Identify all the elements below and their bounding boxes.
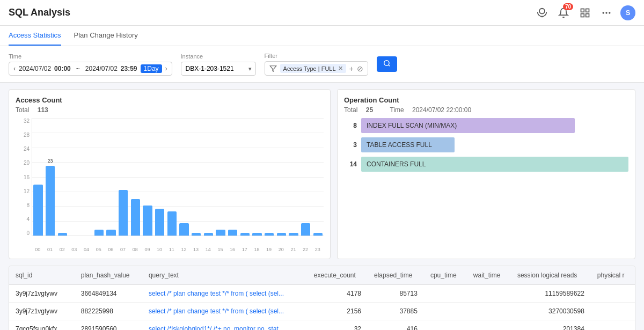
- page-title: SQL Analysis: [9, 7, 70, 18]
- access-count-title: Access Count: [16, 96, 324, 104]
- chart-y-label: 24: [24, 146, 30, 152]
- chart-y-label: 0: [26, 230, 30, 236]
- chart-bar: [155, 209, 164, 236]
- chart-bar-wrap[interactable]: [239, 118, 251, 236]
- more-icon[interactable]: [599, 5, 614, 20]
- tab-plan-change-history[interactable]: Plan Change History: [74, 26, 138, 46]
- chart-bar-wrap[interactable]: [105, 118, 117, 236]
- time-next-arrow[interactable]: ›: [165, 65, 167, 72]
- chart-bar: [240, 233, 250, 236]
- op-bar[interactable]: TABLE ACCESS FULL: [361, 137, 455, 152]
- col-sql-id: sql_id: [9, 266, 75, 285]
- chart-y-label: 28: [24, 132, 30, 138]
- operation-item: 8INDEX FULL SCAN (MIN/MAX): [344, 118, 628, 133]
- chart-bar: [94, 230, 104, 236]
- chart-bar: [119, 190, 128, 236]
- search-button[interactable]: [377, 56, 397, 72]
- chart-bar-wrap[interactable]: [93, 118, 105, 236]
- op-bar-wrap: CONTAINERS FULL: [361, 157, 628, 172]
- chart-bar-wrap[interactable]: [118, 118, 129, 236]
- chart-bar: [106, 230, 115, 236]
- chart-x-label: 15: [214, 247, 226, 252]
- app-header: SQL Analysis 70 S: [0, 0, 644, 26]
- filter-clear-btn[interactable]: ⊘: [357, 64, 363, 73]
- time-label: Time: [9, 53, 172, 60]
- chart-bar: [265, 233, 274, 236]
- time-prev-arrow[interactable]: ‹: [13, 65, 16, 72]
- sql-table: sql_id plan_hash_value query_text execut…: [9, 266, 635, 330]
- chart-bar: [277, 233, 286, 236]
- chart-bar-wrap[interactable]: [56, 118, 68, 236]
- chart-bar-wrap[interactable]: [129, 118, 141, 236]
- table-cell: 2156: [308, 303, 368, 320]
- table-cell: 3270030598: [511, 303, 591, 320]
- chart-bar-wrap[interactable]: [202, 118, 214, 236]
- op-item-count: 14: [344, 160, 357, 168]
- time-control: Time ‹ 2024/07/02 00:00 ~ 2024/07/02 23:…: [9, 53, 172, 76]
- chart-bar-value-label: 23: [46, 158, 55, 164]
- chart-bar-wrap[interactable]: [81, 118, 93, 236]
- chart-bar-wrap[interactable]: [142, 118, 153, 236]
- chart-bar-wrap[interactable]: [178, 118, 190, 236]
- svg-rect-4: [586, 13, 589, 17]
- chart-bar: [33, 185, 42, 236]
- chart-bar-wrap[interactable]: [312, 118, 324, 236]
- chart-y-label: 20: [24, 160, 30, 166]
- time-range-selector[interactable]: ‹ 2024/07/02 00:00 ~ 2024/07/02 23:59 1D…: [9, 62, 172, 76]
- filter-row: Access Type | FULL ✕ + ⊘: [265, 61, 368, 76]
- chart-bar-wrap[interactable]: [275, 118, 287, 236]
- chart-bar-wrap[interactable]: [288, 118, 299, 236]
- chart-x-label: 06: [105, 247, 117, 252]
- table-cell: 416: [368, 320, 424, 331]
- tab-access-statistics[interactable]: Access Statistics: [9, 26, 61, 46]
- op-bar[interactable]: INDEX FULL SCAN (MIN/MAX): [361, 118, 575, 133]
- grid-icon[interactable]: [577, 5, 592, 20]
- table-header-row: sql_id plan_hash_value query_text execut…: [9, 266, 635, 285]
- chart-bar-wrap[interactable]: [69, 118, 80, 236]
- chart-x-label: 20: [275, 247, 287, 252]
- col-query-text: query_text: [142, 266, 308, 285]
- chart-bar-wrap[interactable]: [227, 118, 239, 236]
- chart-bar-wrap[interactable]: [264, 118, 275, 236]
- op-bar[interactable]: CONTAINERS FULL: [361, 157, 628, 172]
- user-avatar[interactable]: S: [620, 5, 635, 20]
- svg-point-6: [603, 12, 604, 13]
- table-row: 3y9j7z1vgtywv3664849134select /* plan ch…: [9, 285, 635, 303]
- chart-bar: [192, 233, 201, 236]
- day-badge[interactable]: 1Day: [141, 64, 162, 73]
- chart-bar-wrap[interactable]: [32, 118, 44, 236]
- table-cell: 3y9j7z1vgtywv: [9, 285, 75, 303]
- filter-add-btn[interactable]: +: [349, 64, 354, 73]
- chart-bar-wrap[interactable]: [300, 118, 312, 236]
- chart-bar-wrap[interactable]: [166, 118, 178, 236]
- chart-bar: [301, 223, 310, 236]
- table-cell: 882225998: [75, 303, 142, 320]
- chart-bar: [143, 206, 152, 236]
- time-end-date: 2024/07/02: [85, 65, 118, 72]
- query-text-cell[interactable]: select /* plan change test */* from ( se…: [142, 285, 308, 303]
- chart-bar: [289, 233, 298, 236]
- chart-bar-wrap[interactable]: 23: [45, 118, 56, 236]
- instance-select[interactable]: DBX-1-203-1521: [181, 62, 256, 76]
- chart-y-label: 8: [26, 202, 30, 208]
- svg-point-10: [384, 61, 389, 65]
- chart-bar-wrap[interactable]: [251, 118, 263, 236]
- table-row: 3y9j7z1vgtywv882225998select /* plan cha…: [9, 303, 635, 320]
- filter-remove-btn[interactable]: ✕: [338, 65, 343, 72]
- chart-x-label: 16: [226, 247, 239, 252]
- query-text-cell[interactable]: select /*jskqjobqlod1*/ /*+ no_monitor n…: [142, 320, 308, 331]
- chart-x-label: 03: [68, 247, 80, 252]
- chart-bar-wrap[interactable]: [154, 118, 166, 236]
- table-cell: 7qcq5fsug0kfx: [9, 320, 75, 331]
- megaphone-icon[interactable]: [535, 5, 550, 20]
- query-text-cell[interactable]: select /* plan change test */* from ( se…: [142, 303, 308, 320]
- notification-icon[interactable]: 70: [556, 5, 571, 20]
- table-body: 3y9j7z1vgtywv3664849134select /* plan ch…: [9, 285, 635, 331]
- chart-bar-wrap[interactable]: [215, 118, 226, 236]
- operation-count-panel: Operation Count Total 25 Time 2024/07/02…: [337, 89, 635, 259]
- chart-x-label: 13: [190, 247, 202, 252]
- chart-bar-wrap[interactable]: [191, 118, 202, 236]
- op-bar-wrap: INDEX FULL SCAN (MIN/MAX): [361, 118, 628, 133]
- col-execute-count: execute_count: [308, 266, 368, 285]
- col-session-reads: session logical reads: [511, 266, 591, 285]
